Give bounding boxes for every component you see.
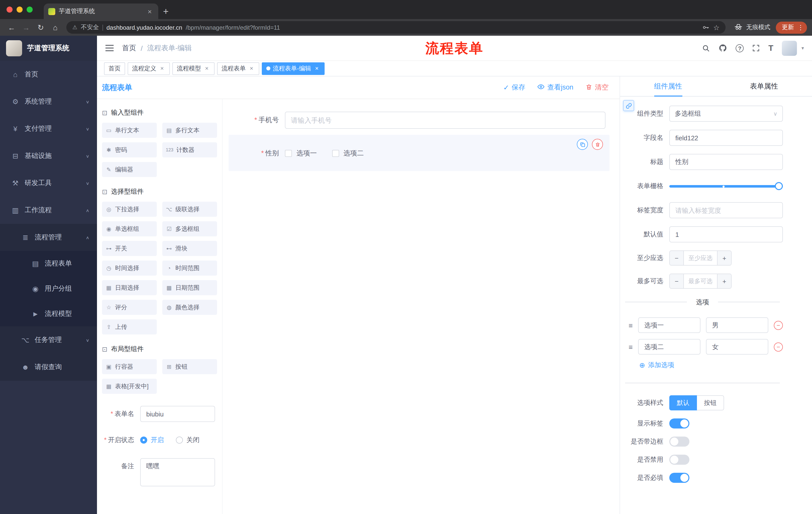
- style-default-button[interactable]: 默认: [669, 395, 697, 410]
- increase-button[interactable]: +: [717, 251, 731, 265]
- min-count-stepper[interactable]: − 至少应选 +: [669, 250, 732, 266]
- palette-item-checkbox-group[interactable]: ☑多选框组: [162, 221, 217, 236]
- close-icon[interactable]: ×: [314, 65, 320, 72]
- sidebar-item-infrastructure[interactable]: ⊟ 基础设施 ∨: [0, 142, 97, 169]
- window-close-button[interactable]: [6, 6, 12, 12]
- user-avatar[interactable]: [782, 40, 797, 56]
- window-minimize-button[interactable]: [17, 6, 23, 12]
- palette-item-slider[interactable]: ⊷滑块: [162, 241, 217, 256]
- field-tree-drawer-button[interactable]: [623, 100, 634, 111]
- drag-handle-icon[interactable]: ≡: [629, 343, 633, 351]
- sidebar-item-task-management[interactable]: ⌥ 任务管理 ∨: [0, 326, 97, 354]
- tag-home[interactable]: 首页: [104, 62, 125, 75]
- field-name-input[interactable]: [669, 130, 783, 146]
- sidebar-collapse-icon[interactable]: [105, 44, 114, 52]
- forward-button[interactable]: →: [20, 21, 33, 34]
- form-canvas[interactable]: *手机号: [223, 99, 619, 514]
- back-button[interactable]: ←: [5, 21, 18, 34]
- show-label-switch[interactable]: [669, 418, 689, 429]
- sidebar-item-process-form[interactable]: ▤ 流程表单: [0, 251, 97, 276]
- reload-button[interactable]: ↻: [34, 21, 47, 34]
- tag-process-form[interactable]: 流程表单 ×: [217, 62, 259, 75]
- password-key-icon[interactable]: [702, 24, 710, 31]
- security-label[interactable]: 不安全: [81, 23, 99, 32]
- save-button[interactable]: ✓ 保存: [503, 83, 525, 92]
- label-width-input[interactable]: [669, 202, 783, 218]
- palette-item-switch[interactable]: ⊶开关: [102, 241, 157, 256]
- sidebar-item-system-management[interactable]: ⚙ 系统管理 ∨: [0, 88, 97, 115]
- checkbox-option-2[interactable]: 选项二: [332, 149, 364, 158]
- required-switch[interactable]: [669, 473, 689, 483]
- sidebar-item-payment-management[interactable]: ¥ 支付管理 ∨: [0, 115, 97, 142]
- sidebar-item-workflow[interactable]: ▥ 工作流程 ∧: [0, 197, 97, 224]
- tag-process-definition[interactable]: 流程定义 ×: [127, 62, 170, 75]
- user-menu-caret-icon[interactable]: ▾: [802, 45, 804, 51]
- default-value-input[interactable]: [669, 226, 783, 242]
- option-value-input[interactable]: [706, 339, 768, 355]
- font-size-icon[interactable]: T: [768, 44, 773, 53]
- copy-component-button[interactable]: [577, 139, 588, 150]
- view-json-button[interactable]: 查看json: [537, 83, 573, 92]
- palette-item-password[interactable]: ✱密码: [102, 142, 157, 157]
- palette-item-upload[interactable]: ⇪上传: [102, 319, 157, 334]
- help-icon[interactable]: ?: [736, 44, 744, 52]
- tag-process-model[interactable]: 流程模型 ×: [172, 62, 214, 75]
- stepper-placeholder[interactable]: 至少应选: [684, 251, 717, 265]
- sidebar-item-devtools[interactable]: ⚒ 研发工具 ∨: [0, 169, 97, 197]
- bookmark-star-icon[interactable]: ☆: [713, 23, 720, 31]
- option-value-input[interactable]: [706, 317, 768, 333]
- title-input[interactable]: [669, 154, 783, 170]
- browser-tab[interactable]: 芋道管理系统 ×: [44, 3, 158, 19]
- github-icon[interactable]: [719, 44, 727, 52]
- new-tab-button[interactable]: +: [158, 4, 173, 19]
- palette-item-cascader[interactable]: ⌥级联选择: [162, 202, 217, 217]
- delete-component-button[interactable]: [592, 139, 603, 150]
- component-type-select[interactable]: 多选框组 ∨: [669, 106, 783, 122]
- palette-item-single-line-text[interactable]: ▭单行文本: [102, 123, 157, 138]
- form-field-gender-selected[interactable]: *性别 选项一 选项二: [229, 135, 609, 171]
- increase-button[interactable]: +: [717, 274, 731, 288]
- close-icon[interactable]: ×: [248, 65, 255, 72]
- drag-handle-icon[interactable]: ≡: [629, 321, 633, 329]
- grid-slider[interactable]: [669, 178, 783, 194]
- palette-item-counter[interactable]: 123计数器: [162, 142, 217, 157]
- palette-item-date-picker[interactable]: ▦日期选择: [102, 280, 157, 295]
- app-logo[interactable]: 芋道管理系统: [0, 36, 97, 61]
- palette-item-color-picker[interactable]: ◍颜色选择: [162, 300, 217, 315]
- form-name-input[interactable]: [140, 406, 215, 422]
- decrease-button[interactable]: −: [670, 251, 684, 265]
- remark-textarea[interactable]: 嘿嘿: [140, 458, 215, 486]
- max-count-stepper[interactable]: − 最多可选 +: [669, 274, 732, 289]
- stepper-placeholder[interactable]: 最多可选: [684, 274, 717, 288]
- style-button-button[interactable]: 按钮: [697, 395, 724, 410]
- address-bar[interactable]: ⚠ 不安全 dashboard.yudao.iocoder.cn/bpm/man…: [66, 21, 726, 34]
- browser-menu-icon[interactable]: ⋮: [797, 24, 805, 31]
- add-option-button[interactable]: ⊕ 添加选项: [639, 360, 783, 370]
- palette-item-radio-group[interactable]: ◉单选框组: [102, 221, 157, 236]
- close-icon[interactable]: ×: [159, 65, 165, 72]
- palette-item-table[interactable]: ▦表格[开发中]: [102, 379, 157, 394]
- home-button[interactable]: ⌂: [49, 21, 62, 34]
- remove-option-button[interactable]: −: [774, 342, 783, 351]
- sidebar-item-process-management[interactable]: ≣ 流程管理 ∧: [0, 224, 97, 251]
- option-label-input[interactable]: [638, 339, 700, 355]
- form-field-phone[interactable]: *手机号: [229, 112, 609, 129]
- tab-component-props[interactable]: 组件属性: [620, 77, 716, 96]
- close-icon[interactable]: ×: [203, 65, 210, 72]
- tab-form-props[interactable]: 表单属性: [716, 77, 812, 96]
- search-icon[interactable]: [702, 44, 710, 52]
- option-label-input[interactable]: [638, 317, 700, 333]
- palette-item-multi-line-text[interactable]: ▤多行文本: [162, 123, 217, 138]
- slider-handle[interactable]: [775, 182, 783, 190]
- clear-button[interactable]: 清空: [585, 83, 609, 92]
- sidebar-item-leave-query[interactable]: ☻ 请假查询: [0, 354, 97, 381]
- border-switch[interactable]: [669, 437, 689, 447]
- palette-item-button[interactable]: ⊞按钮: [162, 359, 217, 374]
- sidebar-item-user-group[interactable]: ◉ 用户分组: [0, 276, 97, 301]
- palette-item-time-picker[interactable]: ◷时间选择: [102, 261, 157, 276]
- palette-item-time-range[interactable]: ◔时间范围: [162, 261, 217, 276]
- fullscreen-icon[interactable]: [752, 44, 760, 52]
- checkbox-option-1[interactable]: 选项一: [285, 149, 317, 158]
- breadcrumb-home[interactable]: 首页: [122, 44, 136, 53]
- palette-item-rate[interactable]: ☆评分: [102, 300, 157, 315]
